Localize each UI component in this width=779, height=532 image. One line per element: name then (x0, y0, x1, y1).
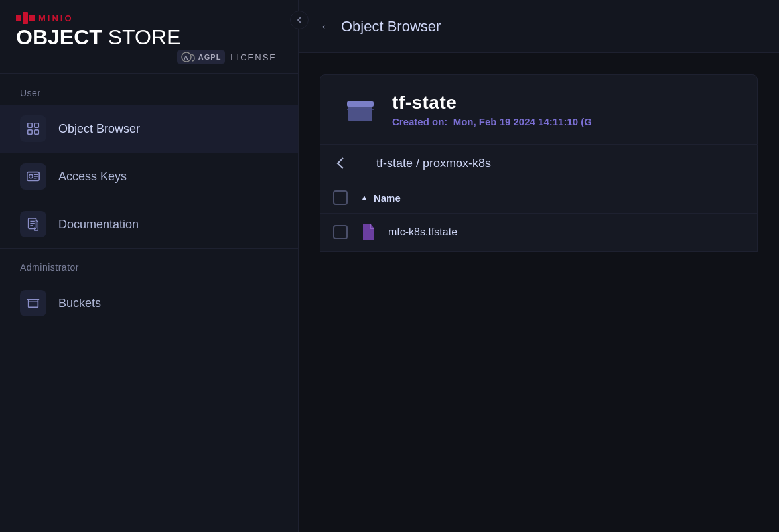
collapse-sidebar-button[interactable] (290, 11, 309, 29)
top-bar-title: Object Browser (341, 18, 441, 35)
svg-text:A: A (184, 54, 188, 61)
logo-area: MINIO OBJECT STORE A AGPL LICENSE (0, 0, 298, 74)
bucket-info: tf-state Created on: Mon, Feb 19 2024 14… (392, 92, 592, 127)
documentation-icon-bg (20, 211, 46, 237)
select-all-checkbox[interactable] (333, 190, 348, 205)
path-bar: tf-state / proxmox-k8s (320, 145, 758, 182)
object-store-title: OBJECT STORE (16, 27, 282, 48)
sidebar-item-access-keys[interactable]: Access Keys (0, 153, 298, 200)
bucket-created-on: Created on: Mon, Feb 19 2024 14:11:10 (G (392, 116, 592, 127)
svg-rect-6 (35, 123, 38, 127)
path-back-button[interactable] (320, 145, 360, 182)
doc-icon (26, 217, 40, 232)
minio-brand-text: MINIO (38, 13, 74, 23)
svg-rect-22 (347, 101, 374, 107)
sidebar-item-documentation[interactable]: Documentation (0, 200, 298, 248)
name-column-header: Name (374, 192, 401, 204)
sort-arrow-icon: ▲ (360, 193, 368, 202)
minio-icon (16, 12, 35, 24)
back-arrow-icon: ← (320, 19, 333, 34)
file-row-checkbox[interactable] (333, 225, 348, 239)
agpl-text: AGPL (198, 53, 222, 61)
top-bar: ← Object Browser (299, 0, 779, 53)
file-icon (360, 223, 376, 241)
svg-point-10 (29, 174, 33, 178)
table-header-row: ▲ Name (320, 182, 757, 214)
path-back-icon (335, 155, 346, 171)
object-browser-label: Object Browser (58, 122, 140, 136)
back-to-object-browser-button[interactable]: ← Object Browser (320, 18, 441, 35)
access-keys-icon-bg (20, 163, 46, 190)
svg-rect-8 (35, 130, 38, 134)
row-checkbox-col (320, 225, 360, 239)
minio-logo: MINIO (16, 12, 282, 24)
sidebar-item-object-browser[interactable]: Object Browser (0, 105, 298, 153)
agpl-badge: A AGPL (177, 50, 226, 64)
access-keys-label: Access Keys (58, 170, 127, 184)
svg-rect-1 (23, 12, 28, 24)
row-name-col: mfc-k8s.tfstate (360, 223, 757, 241)
svg-rect-18 (29, 300, 38, 308)
documentation-label: Documentation (58, 218, 139, 232)
user-section-label: User (0, 74, 298, 105)
bucket-nav-icon (26, 296, 40, 310)
header-checkbox-col (320, 190, 360, 205)
svg-rect-0 (16, 15, 21, 21)
id-card-icon (26, 169, 40, 184)
file-name: mfc-k8s.tfstate (388, 226, 457, 238)
svg-rect-7 (28, 130, 32, 134)
sidebar: MINIO OBJECT STORE A AGPL LICENSE User (0, 0, 299, 532)
collapse-arrow-icon (295, 16, 303, 24)
content-area: tf-state Created on: Mon, Feb 19 2024 14… (299, 53, 779, 532)
admin-section-label: Administrator (0, 249, 298, 279)
file-table: ▲ Name mfc-k8s.tfstate (320, 182, 758, 252)
header-name-col: ▲ Name (360, 192, 757, 204)
main-content: ← Object Browser tf-state Created on: Mo… (299, 0, 779, 532)
license-label: LICENSE (230, 52, 277, 62)
title-bold: OBJECT (16, 25, 102, 49)
svg-rect-2 (29, 15, 35, 21)
table-row[interactable]: mfc-k8s.tfstate (320, 214, 757, 251)
sidebar-item-buckets[interactable]: Buckets (0, 279, 298, 327)
buckets-label: Buckets (58, 297, 101, 310)
title-light: STORE (102, 25, 181, 49)
bucket-icon (342, 91, 379, 128)
bucket-name: tf-state (392, 92, 592, 113)
breadcrumb-path: tf-state / proxmox-k8s (360, 157, 507, 170)
svg-rect-5 (28, 123, 32, 127)
created-label: Created on: (392, 116, 447, 127)
grid-icon (26, 121, 40, 136)
object-browser-icon-bg (20, 115, 46, 142)
created-date: Mon, Feb 19 2024 14:11:10 (G (453, 116, 592, 127)
buckets-icon-bg (20, 290, 46, 316)
license-row: A AGPL LICENSE (16, 50, 282, 64)
bucket-header-card: tf-state Created on: Mon, Feb 19 2024 14… (320, 74, 758, 145)
